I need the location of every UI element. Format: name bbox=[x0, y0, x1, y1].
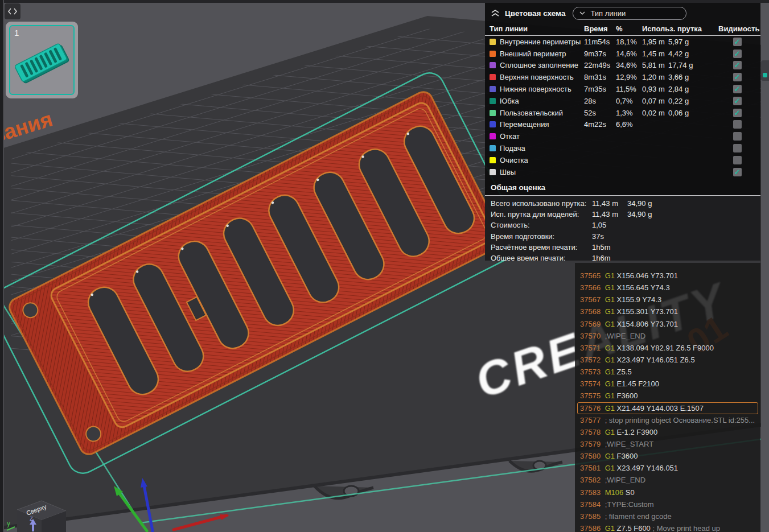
gcode-line[interactable]: 37573 G1 Z5.5 bbox=[577, 366, 758, 378]
summary-label: Расчётное время печати: bbox=[491, 243, 592, 251]
line-type-color-swatch bbox=[490, 145, 496, 151]
right-panel-handle-button[interactable] bbox=[761, 60, 769, 81]
gcode-args: X23.497 Y146.051 bbox=[617, 464, 678, 472]
gcode-line[interactable]: 37580 G1 F3600 bbox=[577, 450, 758, 462]
gcode-line[interactable]: 37568 G1 X155.301 Y73.701 bbox=[577, 306, 758, 317]
gcode-line-number: 37571 bbox=[580, 343, 603, 353]
visibility-checkbox[interactable] bbox=[733, 38, 742, 46]
gcode-comment: ;WIPE_END bbox=[605, 332, 646, 340]
line-type-label: Пользовательский bbox=[500, 109, 563, 117]
summary-value-weight: 34,90 g bbox=[627, 210, 755, 218]
gcode-command: G1 bbox=[605, 356, 615, 364]
col-filament: Использ. прутка bbox=[642, 24, 718, 33]
panel-handle-icon bbox=[763, 73, 767, 77]
chevrons-left-right-icon bbox=[7, 7, 18, 15]
gcode-args: E-1.2 F3900 bbox=[617, 428, 658, 436]
color-scheme-panel: Цветовая схема Тип линии Тип линии Время… bbox=[485, 3, 760, 261]
gcode-line-number: 37581 bbox=[580, 463, 603, 473]
plate-thumbnail-selected[interactable]: 1 bbox=[9, 25, 75, 95]
summary-row: Время подготовки: 37s bbox=[485, 230, 760, 241]
gcode-line-number: 37575 bbox=[580, 390, 603, 401]
gcode-line[interactable]: 37566 G1 X156.645 Y74.3 bbox=[577, 282, 758, 294]
line-type-label: Очистка bbox=[500, 156, 528, 164]
line-type-weight: 2,84 g bbox=[668, 85, 718, 93]
line-type-label: Юбка bbox=[500, 97, 519, 105]
visibility-checkbox[interactable] bbox=[733, 132, 742, 141]
line-type-row: Верхняя поверхность 8m31s 12,9% 1,20 m 3… bbox=[485, 71, 760, 83]
gcode-line[interactable]: 37585 ; filament end gcode bbox=[577, 510, 758, 522]
line-type-length: 5,81 m bbox=[642, 61, 668, 69]
visibility-checkbox[interactable] bbox=[733, 61, 742, 69]
collapse-panel-icon[interactable] bbox=[491, 9, 500, 17]
gcode-args: X156.046 Y73.701 bbox=[617, 271, 678, 280]
gcode-line[interactable]: 37572 G1 X23.497 Y146.051 Z6.5 bbox=[577, 354, 758, 366]
summary-value-length: 37s bbox=[592, 232, 627, 241]
col-time: Время bbox=[584, 24, 616, 33]
gcode-line-number: 37576 bbox=[580, 403, 603, 414]
gcode-command: G1 bbox=[605, 283, 615, 292]
line-type-time: 9m37s bbox=[584, 50, 616, 58]
panel-title: Цветовая схема bbox=[505, 9, 565, 18]
line-type-weight: 3,66 g bbox=[668, 73, 718, 81]
gcode-args: X155.9 Y74.3 bbox=[617, 295, 662, 304]
visibility-checkbox[interactable] bbox=[733, 156, 742, 164]
line-type-label: Подача bbox=[500, 144, 525, 152]
color-scheme-dropdown[interactable]: Тип линии bbox=[573, 7, 686, 20]
gcode-line[interactable]: 37567 G1 X155.9 Y74.3 bbox=[577, 294, 758, 306]
line-type-row: Перемещения 4m22s 6,6% bbox=[485, 119, 760, 131]
slicer-preview-window: вания CREALITY 01 bbox=[0, 0, 769, 532]
gcode-args: F3600 bbox=[617, 391, 638, 400]
visibility-checkbox[interactable] bbox=[733, 168, 742, 176]
line-type-row: Очистка bbox=[485, 154, 760, 166]
gcode-line-number: 37582 bbox=[580, 475, 603, 485]
plate-thumbnail-image bbox=[10, 26, 73, 94]
visibility-checkbox[interactable] bbox=[733, 73, 742, 81]
chevron-down-icon bbox=[579, 11, 585, 15]
gcode-line[interactable]: 37581 G1 X23.497 Y146.051 bbox=[577, 462, 758, 474]
gcode-line-number: 37579 bbox=[580, 439, 603, 449]
line-type-color-swatch bbox=[490, 121, 496, 127]
gcode-line-number: 37574 bbox=[580, 378, 603, 389]
summary-value-length: 1h5m bbox=[592, 243, 627, 251]
gcode-line[interactable]: 37575 G1 F3600 bbox=[577, 390, 758, 402]
line-type-color-swatch bbox=[490, 169, 496, 175]
y-axis-label: y bbox=[7, 519, 10, 527]
gcode-line[interactable]: 37571 G1 X138.094 Y82.91 Z6.5 F9000 bbox=[577, 342, 758, 354]
line-type-percent: 18,1% bbox=[616, 38, 642, 46]
summary-rows: Всего использовано прутка: 11,43 m 34,90… bbox=[485, 196, 760, 261]
gcode-line[interactable]: 37586 G1 Z7.5 F600 ; Move print head up bbox=[577, 522, 758, 532]
line-type-row: Внешний периметр 9m37s 14,6% 1,45 m 4,42… bbox=[485, 48, 760, 60]
line-type-row: Швы bbox=[485, 166, 760, 178]
visibility-checkbox[interactable] bbox=[733, 85, 742, 93]
gcode-line[interactable]: 37578 G1 E-1.2 F3900 bbox=[577, 426, 758, 438]
visibility-checkbox[interactable] bbox=[733, 144, 742, 152]
gcode-line[interactable]: 37583 M106 S0 bbox=[577, 486, 758, 498]
collapse-model-list-button[interactable] bbox=[5, 3, 20, 19]
gcode-line[interactable]: 37565 G1 X156.046 Y73.701 bbox=[577, 270, 758, 282]
line-type-time: 7m35s bbox=[584, 85, 616, 93]
line-type-color-swatch bbox=[490, 157, 496, 163]
gcode-line[interactable]: 37569 G1 X154.806 Y73.701 bbox=[577, 318, 758, 330]
gcode-line[interactable]: 37584 ;TYPE:Custom bbox=[577, 498, 758, 510]
line-type-row: Подача bbox=[485, 142, 760, 154]
gcode-line[interactable]: 37577 ; stop printing object Основание.S… bbox=[577, 414, 758, 426]
visibility-checkbox[interactable] bbox=[733, 120, 742, 129]
gcode-line[interactable]: 37576 G1 X21.449 Y144.003 E.1507 bbox=[577, 402, 758, 414]
gcode-line[interactable]: 37582 ;WIPE_END bbox=[577, 474, 758, 486]
line-type-length: 1,45 m bbox=[642, 50, 668, 58]
visibility-checkbox[interactable] bbox=[733, 50, 742, 58]
visibility-checkbox[interactable] bbox=[733, 109, 742, 117]
gcode-line[interactable]: 37570 ;WIPE_END bbox=[577, 330, 758, 342]
summary-label: Всего использовано прутка: bbox=[491, 199, 592, 208]
gcode-line-number: 37568 bbox=[580, 306, 603, 317]
line-type-row: Внутренние периметры 11m54s 18,1% 1,95 m… bbox=[485, 36, 760, 48]
gcode-line-number: 37572 bbox=[580, 354, 603, 365]
gcode-args: X23.497 Y146.051 Z6.5 bbox=[617, 356, 695, 364]
visibility-checkbox[interactable] bbox=[733, 97, 742, 105]
line-type-percent: 11,5% bbox=[616, 85, 642, 93]
gcode-line[interactable]: 37579 ;WIPE_START bbox=[577, 438, 758, 450]
gcode-command: G1 bbox=[605, 271, 615, 280]
gcode-line-number: 37583 bbox=[580, 487, 603, 498]
gcode-comment: ;WIPE_START bbox=[605, 440, 653, 448]
gcode-line[interactable]: 37574 G1 E1.45 F2100 bbox=[577, 378, 758, 390]
